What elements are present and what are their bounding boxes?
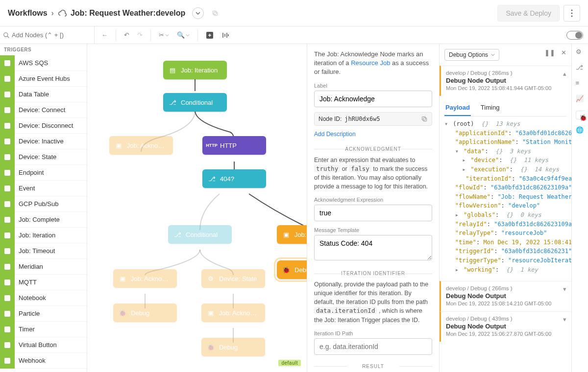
palette-item-label: Timer xyxy=(15,326,35,333)
bug-icon: 🐞 xyxy=(118,308,127,317)
palette-item[interactable]: Event xyxy=(0,181,87,196)
tab-payload[interactable]: Payload xyxy=(444,101,471,116)
palette-item[interactable]: AWS SQS xyxy=(0,55,87,71)
align-button[interactable] xyxy=(220,29,231,41)
debug-panel: 🐞 DEBUG ? Debug Options ❚❚ ✕ ▴ dev xyxy=(439,44,571,372)
bug-icon[interactable]: 🐞 xyxy=(576,111,585,119)
iteration-path-input[interactable] xyxy=(314,338,432,355)
palette-item[interactable]: Device: State xyxy=(0,149,87,165)
palette-item[interactable]: Device: Inactive xyxy=(0,134,87,149)
node-id-value: jhRU0dx6w5 xyxy=(344,116,380,122)
resource-job-link[interactable]: Resource Job xyxy=(351,59,390,67)
right-rail: ⚙ ⎇ ≡ 📈 🐞 🌐 xyxy=(571,44,588,372)
palette-item[interactable]: Virtual Button xyxy=(0,337,87,353)
node-device-state[interactable]: ⚙ Device: State xyxy=(201,269,265,288)
undo-button[interactable]: ↶ xyxy=(122,29,131,41)
node-debug[interactable]: 🐞 Debug xyxy=(201,338,265,356)
database-icon[interactable]: ≡ xyxy=(576,79,585,88)
branch-icon: ⎇ xyxy=(168,98,177,107)
trigger-icon xyxy=(0,196,15,212)
palette-item-label: Particle xyxy=(15,310,40,317)
palette-item[interactable]: Meridian xyxy=(0,259,87,275)
caret-down-icon xyxy=(186,33,190,37)
node-debug[interactable]: 🐞 Debug xyxy=(113,303,177,322)
ack-expr-input[interactable] xyxy=(314,205,432,221)
canvas-mode-toggle[interactable] xyxy=(566,31,583,40)
node-label: Job: Acknow… xyxy=(294,231,307,238)
debug-entry[interactable]: ▴ develop / Debug ( 286ms ) Debug Node O… xyxy=(440,66,571,96)
trigger-icon xyxy=(0,165,15,181)
copy-node-id-button[interactable] xyxy=(421,116,428,122)
pause-button[interactable]: ❚❚ xyxy=(544,49,555,56)
trigger-icon xyxy=(0,259,15,275)
node-conditional[interactable]: ⎇ Conditional xyxy=(168,225,232,244)
copy-icon[interactable] xyxy=(212,10,219,17)
git-branch-icon[interactable]: ⎇ xyxy=(576,64,585,72)
node-job-acknowledge[interactable]: ▣ Job: Acknow… xyxy=(113,269,177,288)
msg-template-label: Message Template xyxy=(314,227,432,233)
svg-rect-1 xyxy=(213,11,217,14)
more-menu-button[interactable] xyxy=(564,5,580,22)
palette-item[interactable]: GCP Pub/Sub xyxy=(0,196,87,212)
ack-help-text: Enter an expression that evaluates to tr… xyxy=(314,156,432,191)
node-http[interactable]: HTTP HTTP xyxy=(202,136,266,155)
add-nodes-search[interactable] xyxy=(0,26,95,44)
palette-item[interactable]: MQTT xyxy=(0,275,87,290)
add-note-button[interactable] xyxy=(204,29,216,41)
back-button[interactable]: ← xyxy=(99,29,110,41)
debug-entry-title: Debug Node Output xyxy=(446,292,566,300)
svg-point-2 xyxy=(571,9,573,11)
palette-item[interactable]: Notebook xyxy=(0,290,87,306)
debug-entry[interactable]: ▾ develop / Debug ( 439ms ) Debug Node O… xyxy=(440,311,571,342)
redo-button[interactable]: ↷ xyxy=(135,29,145,41)
palette-item[interactable]: Device: Connect xyxy=(0,102,87,118)
node-job-iteration[interactable]: ▤ Job: Iteration xyxy=(163,61,227,79)
trigger-icon xyxy=(0,134,15,149)
palette-item[interactable]: Device: Disconnect xyxy=(0,118,87,134)
close-button[interactable]: ✕ xyxy=(561,49,566,56)
globe-icon[interactable]: 🌐 xyxy=(576,126,585,135)
zoom-menu[interactable]: 🔍 xyxy=(175,29,192,41)
palette-item[interactable]: Particle xyxy=(0,306,87,322)
node-job-acknowledge[interactable]: ▣ Job: Acknow… xyxy=(109,136,173,155)
palette-item-label: Meridian xyxy=(15,263,43,270)
palette-item-label: Data Table xyxy=(15,91,49,98)
palette-item[interactable]: Data Table xyxy=(0,87,87,102)
palette-item-label: Device: Inactive xyxy=(15,138,64,145)
breadcrumb-job: Job: Request Weather:develop xyxy=(71,9,185,18)
svg-rect-8 xyxy=(4,60,10,66)
node-debug-selected[interactable]: 🐞 Debug xyxy=(277,260,307,279)
palette-item[interactable]: Timer xyxy=(0,322,87,337)
tab-timing[interactable]: Timing xyxy=(480,101,501,116)
palette-item[interactable]: Azure Event Hubs xyxy=(0,71,87,87)
workflow-canvas[interactable]: ▤ Job: Iteration ⎇ Conditional ▣ Job: Ac… xyxy=(87,44,307,372)
svg-point-5 xyxy=(4,32,8,36)
palette-item[interactable]: Job: Timeout xyxy=(0,243,87,259)
debug-options-label: Debug Options xyxy=(449,51,488,58)
palette-item[interactable]: Job: Iteration xyxy=(0,228,87,243)
gear-icon[interactable]: ⚙ xyxy=(576,48,585,57)
branch-dropdown-button[interactable] xyxy=(192,7,204,19)
svg-rect-14 xyxy=(4,154,10,160)
node-job-acknowledge[interactable]: ▣ Job: Acknow… xyxy=(277,225,307,244)
palette-item[interactable]: Endpoint xyxy=(0,165,87,181)
palette-item[interactable]: Job: Complete xyxy=(0,212,87,228)
palette-item[interactable]: Webhook xyxy=(0,353,87,369)
node-conditional-404[interactable]: ⎇ 404? xyxy=(202,169,266,188)
add-description-link[interactable]: Add Description xyxy=(314,131,356,138)
msg-template-input[interactable] xyxy=(314,235,432,260)
breadcrumb-root[interactable]: Workflows xyxy=(8,9,48,18)
debug-json-tree[interactable]: ▾ (root) {} 13 keys "applicationId": "63… xyxy=(440,116,571,281)
add-nodes-input[interactable] xyxy=(12,31,94,39)
node-job-acknowledge[interactable]: ▣ Job: Acknow… xyxy=(201,303,265,322)
bug-icon: 🐞 xyxy=(282,265,291,274)
debug-options-dropdown[interactable]: Debug Options xyxy=(444,49,499,61)
save-deploy-button[interactable]: Save & Deploy xyxy=(497,5,560,22)
palette-item-label: Job: Timeout xyxy=(15,247,55,255)
chart-icon[interactable]: 📈 xyxy=(576,95,585,104)
debug-entry[interactable]: ▾ develop / Debug ( 266ms ) Debug Node O… xyxy=(440,281,571,311)
svg-rect-12 xyxy=(4,123,10,129)
node-conditional[interactable]: ⎇ Conditional xyxy=(163,93,227,112)
label-input[interactable] xyxy=(314,91,432,107)
cut-menu[interactable]: ✂ xyxy=(157,29,171,41)
